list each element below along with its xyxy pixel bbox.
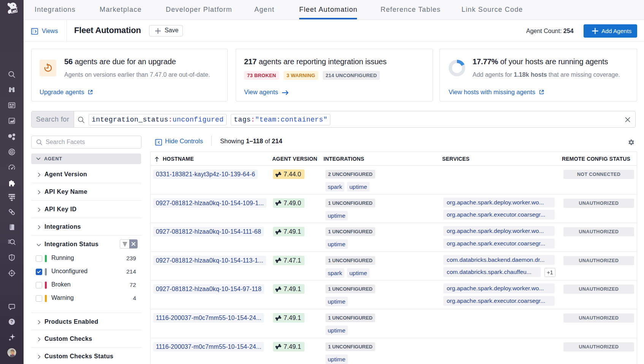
svg-text:?: ? [10,319,13,324]
